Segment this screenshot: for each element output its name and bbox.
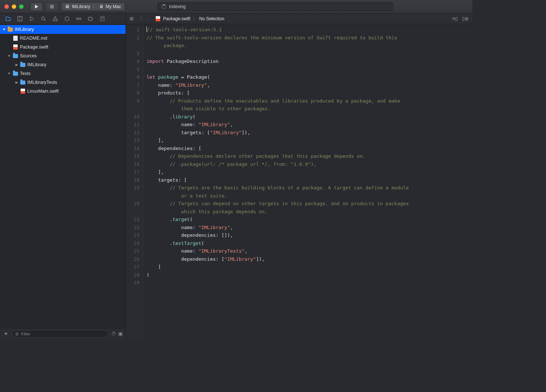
disclosure-triangle-icon[interactable]: ▶ xyxy=(15,63,18,67)
svg-line-7 xyxy=(44,19,46,21)
tree-folder-row[interactable]: ▼ Tests xyxy=(0,69,126,78)
zoom-window-button[interactable] xyxy=(19,4,24,9)
folder-icon xyxy=(13,53,18,59)
tree-folder-row[interactable]: ▼ Sources xyxy=(0,51,126,60)
project-tree[interactable]: ▼ IMLibrary README.md Package.swift ▼ So… xyxy=(0,24,126,328)
activity-view[interactable]: Indexing xyxy=(158,2,393,11)
filter-input[interactable]: ⊜ Filter xyxy=(12,330,108,338)
navigator-tabs xyxy=(0,13,126,24)
editor-area: ⊞ 〈 〉 Package.swift 〉 No Selection ≡▯ ▯⊕… xyxy=(126,13,472,339)
related-items-icon[interactable]: ⊞ xyxy=(130,16,134,21)
jump-bar-selection[interactable]: No Selection xyxy=(199,16,224,21)
tree-row-label: README.md xyxy=(20,36,47,41)
building-icon: 🏛 xyxy=(65,4,70,9)
chevron-right-icon: 〉 xyxy=(92,3,97,10)
source-control-navigator-tab[interactable] xyxy=(17,16,23,22)
navigator-filter-bar: ＋ ⊜ Filter ⏱ ▣ xyxy=(0,328,126,339)
main-split: ▼ IMLibrary README.md Package.swift ▼ So… xyxy=(0,13,472,339)
svg-rect-0 xyxy=(50,5,54,8)
jump-bar: ⊞ 〈 〉 Package.swift 〉 No Selection ≡▯ ▯⊕ xyxy=(126,13,472,24)
scheme-device-label: My Mac xyxy=(106,4,121,9)
run-button[interactable] xyxy=(30,2,43,11)
jump-bar-path[interactable]: Package.swift 〉 No Selection xyxy=(155,15,224,22)
spinner-icon xyxy=(162,4,166,9)
folder-icon xyxy=(20,62,26,68)
navigator: ▼ IMLibrary README.md Package.swift ▼ So… xyxy=(0,13,126,339)
tree-row-label: IMLibrary xyxy=(27,62,46,67)
swift-file-icon xyxy=(13,44,18,50)
tree-folder-row[interactable]: ▶ IMLibraryTests xyxy=(0,78,126,87)
editor-layout-icon[interactable]: ≡▯ xyxy=(452,16,458,21)
minimize-window-button[interactable] xyxy=(12,4,16,9)
scm-filter-icon[interactable]: ▣ xyxy=(118,331,123,336)
report-navigator-tab[interactable] xyxy=(99,16,105,22)
svg-point-5 xyxy=(33,18,34,19)
breakpoint-navigator-tab[interactable] xyxy=(88,16,94,22)
close-window-button[interactable] xyxy=(4,4,9,9)
tree-row-label: IMLibraryTests xyxy=(27,80,57,85)
forward-button[interactable]: 〉 xyxy=(146,15,151,22)
filter-placeholder: Filter xyxy=(21,332,31,336)
tree-row-label: LinuxMain.swift xyxy=(27,89,59,94)
filter-scope-buttons: ⏱ ▣ xyxy=(111,331,123,336)
swift-file-icon xyxy=(20,88,26,94)
scheme-selector[interactable]: 🏛 IMLibrary 〉 🖥 My Mac xyxy=(61,2,125,11)
tree-folder-row[interactable]: ▶ IMLibrary xyxy=(0,60,126,69)
tree-file-row[interactable]: LinuxMain.swift xyxy=(0,87,126,96)
find-navigator-tab[interactable] xyxy=(40,16,46,22)
issue-navigator-tab[interactable] xyxy=(52,16,58,22)
project-navigator-tab[interactable] xyxy=(5,16,11,22)
window-controls xyxy=(4,4,24,9)
markdown-file-icon xyxy=(13,35,18,41)
editor-options: ≡▯ ▯⊕ xyxy=(452,16,469,21)
chevron-right-icon: 〉 xyxy=(193,15,197,22)
scheme-project-label: IMLibrary xyxy=(72,4,90,9)
tree-file-row[interactable]: README.md xyxy=(0,34,126,43)
line-gutter[interactable]: 12 3456789 10111213141516171819 20 21222… xyxy=(126,24,144,339)
recent-filter-icon[interactable]: ⏱ xyxy=(111,331,116,336)
debug-navigator-tab[interactable] xyxy=(76,16,82,22)
code-editor[interactable]: 12 3456789 10111213141516171819 20 21222… xyxy=(126,24,472,339)
back-button[interactable]: 〈 xyxy=(137,15,142,22)
titlebar: 🏛 IMLibrary 〉 🖥 My Mac Indexing xyxy=(0,0,472,13)
jump-bar-file[interactable]: Package.swift xyxy=(163,16,190,21)
symbol-navigator-tab[interactable] xyxy=(29,16,35,22)
tree-row-label: IMLibrary xyxy=(15,27,34,32)
activity-text: Indexing xyxy=(169,4,186,9)
package-icon xyxy=(7,26,13,32)
disclosure-triangle-icon[interactable]: ▼ xyxy=(2,28,6,31)
history-nav: 〈 〉 xyxy=(137,15,151,22)
folder-icon xyxy=(20,79,26,85)
swift-file-icon xyxy=(155,16,161,22)
device-icon: 🖥 xyxy=(99,4,103,9)
tree-root[interactable]: ▼ IMLibrary xyxy=(0,25,126,34)
add-button[interactable]: ＋ xyxy=(3,330,9,338)
disclosure-triangle-icon[interactable]: ▶ xyxy=(15,81,18,84)
folder-icon xyxy=(13,71,18,76)
test-navigator-tab[interactable] xyxy=(64,16,70,22)
tree-row-label: Package.swift xyxy=(20,44,48,50)
filter-icon: ⊜ xyxy=(15,331,19,336)
tree-row-label: Sources xyxy=(20,53,37,58)
code-content[interactable]: // swift-tools-version:5.1 // The swift-… xyxy=(144,24,472,339)
disclosure-triangle-icon[interactable]: ▼ xyxy=(7,54,11,58)
add-editor-icon[interactable]: ▯⊕ xyxy=(462,16,469,21)
tree-file-row[interactable]: Package.swift xyxy=(0,43,126,51)
tree-row-label: Tests xyxy=(20,71,31,76)
stop-button[interactable] xyxy=(46,2,58,11)
disclosure-triangle-icon[interactable]: ▼ xyxy=(7,72,11,75)
svg-point-6 xyxy=(42,17,45,20)
